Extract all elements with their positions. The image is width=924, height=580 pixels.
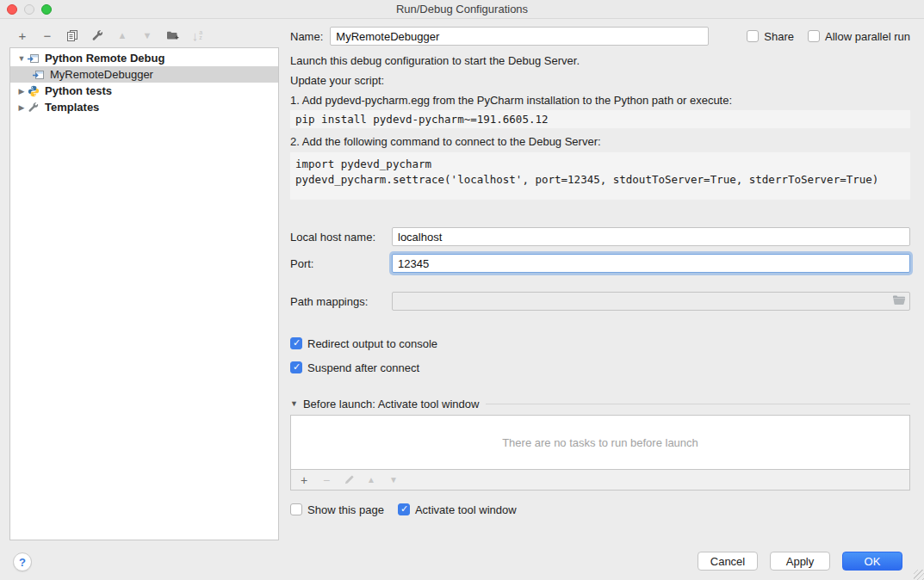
tree-item-python-tests[interactable]: ▶ Python tests — [10, 83, 278, 99]
name-label: Name: — [290, 30, 323, 43]
remote-debug-config-icon — [28, 52, 41, 65]
name-row: Name: Share Allow parallel run — [290, 26, 910, 46]
share-checkbox[interactable] — [747, 30, 759, 42]
redirect-output-label: Redirect output to console — [307, 337, 437, 350]
remote-debug-config-icon — [33, 69, 47, 81]
path-mappings-input[interactable] — [392, 292, 910, 311]
python-icon — [28, 85, 41, 97]
resize-grip[interactable] — [914, 570, 924, 580]
suspend-after-connect-row: Suspend after connect — [290, 361, 910, 374]
move-task-up-icon[interactable]: ▲ — [363, 472, 379, 488]
before-launch-task-list[interactable]: There are no tasks to run before launch — [290, 415, 910, 470]
remove-task-icon[interactable]: − — [319, 472, 334, 488]
edit-task-pencil-icon[interactable] — [341, 472, 357, 488]
description-line-2: Update your script: — [290, 73, 910, 88]
zoom-window-button[interactable] — [41, 4, 52, 15]
collapse-triangle-icon[interactable]: ▼ — [290, 399, 298, 408]
wrench-icon — [28, 102, 41, 114]
allow-parallel-run-label: Allow parallel run — [825, 30, 910, 43]
tree-item-templates[interactable]: ▶ Templates — [10, 99, 278, 115]
configurations-toolbar: + − ▲ ▼ ↓ az — [14, 25, 206, 46]
window-title: Run/Debug Configurations — [0, 3, 924, 15]
path-mappings-label: Path mappings: — [290, 295, 392, 308]
suspend-after-connect-checkbox[interactable] — [290, 361, 302, 373]
local-host-row: Local host name: — [290, 227, 910, 246]
settrace-code-line-1: import pydevd_pycharm — [295, 157, 905, 172]
suspend-after-connect-label: Suspend after connect — [307, 361, 419, 374]
question-mark-icon: ? — [19, 556, 26, 569]
settrace-code-block: import pydevd_pycharm pydevd_pycharm.set… — [290, 152, 910, 200]
path-mappings-row: Path mappings: — [290, 292, 910, 311]
settrace-code-line-2: pydevd_pycharm.settrace('localhost', por… — [295, 172, 905, 188]
move-down-icon[interactable]: ▼ — [139, 27, 156, 44]
tree-item-python-remote-debug[interactable]: ▼ Python Remote Debug — [10, 50, 278, 66]
pip-install-command: pip install pydevd-pycharm~=191.6605.12 — [290, 110, 910, 128]
port-input[interactable] — [392, 254, 910, 273]
local-host-input[interactable] — [392, 227, 910, 246]
sort-letters: az — [199, 30, 202, 40]
traffic-lights — [0, 4, 52, 15]
show-this-page-checkbox[interactable] — [290, 503, 302, 515]
configuration-form: Name: Share Allow parallel run Launch th… — [290, 26, 910, 517]
tree-item-label: MyRemoteDebugger — [50, 68, 153, 81]
chevron-collapsed-icon[interactable]: ▶ — [16, 103, 28, 112]
port-label: Port: — [290, 257, 392, 270]
sort-arrow-glyph: ↓ — [192, 29, 199, 42]
before-launch-title: Before launch: Activate tool window — [303, 398, 480, 410]
before-launch-toolbar: + − ▲ ▼ — [290, 470, 910, 491]
apply-button[interactable]: Apply — [770, 552, 830, 571]
share-label: Share — [764, 30, 794, 43]
allow-parallel-run-checkbox[interactable] — [808, 30, 820, 42]
description-line-1: Launch this debug configuration to start… — [290, 53, 910, 68]
show-this-page-label: Show this page — [307, 503, 384, 516]
add-task-icon[interactable]: + — [296, 472, 312, 488]
ok-button[interactable]: OK — [842, 552, 902, 571]
browse-folder-icon[interactable] — [892, 294, 906, 308]
edit-defaults-wrench-icon[interactable] — [89, 27, 106, 44]
tree-item-label: Templates — [45, 101, 99, 114]
cancel-button[interactable]: Cancel — [698, 552, 758, 571]
description-step-2: 2. Add the following command to connect … — [290, 134, 910, 149]
before-launch-header[interactable]: ▼ Before launch: Activate tool window — [290, 397, 910, 410]
sort-alphabetically-icon[interactable]: ↓ az — [189, 27, 206, 44]
add-configuration-icon[interactable]: + — [14, 27, 31, 44]
name-input[interactable] — [330, 27, 709, 46]
remove-configuration-icon[interactable]: − — [39, 27, 56, 44]
tree-item-label: Python tests — [45, 84, 112, 97]
port-row: Port: — [290, 254, 910, 273]
description-step-1: 1. Add pydevd-pycharm.egg from the PyCha… — [290, 93, 910, 108]
local-host-label: Local host name: — [290, 231, 392, 244]
tree-item-myremotedebugger[interactable]: MyRemoteDebugger — [10, 66, 278, 83]
redirect-output-checkbox[interactable] — [290, 337, 302, 349]
before-launch-empty-text: There are no tasks to run before launch — [502, 436, 698, 449]
tree-item-label: Python Remote Debug — [45, 52, 164, 65]
title-bar[interactable]: Run/Debug Configurations — [0, 0, 924, 19]
separator-line — [486, 404, 910, 404]
chevron-expanded-icon[interactable]: ▼ — [16, 54, 28, 63]
move-task-down-icon[interactable]: ▼ — [386, 472, 401, 488]
move-up-icon[interactable]: ▲ — [114, 27, 131, 44]
activate-tool-window-checkbox[interactable] — [398, 503, 410, 515]
dialog-buttons: Cancel Apply OK — [698, 552, 902, 571]
copy-configuration-icon[interactable] — [64, 27, 81, 44]
configurations-tree: ▼ Python Remote Debug MyRemoteDebugger ▶ — [9, 47, 279, 540]
redirect-output-row: Redirect output to console — [290, 336, 910, 350]
activate-tool-window-label: Activate tool window — [415, 503, 517, 516]
page-options-row: Show this page Activate tool window — [290, 502, 910, 517]
new-folder-icon[interactable] — [164, 27, 181, 44]
chevron-collapsed-icon[interactable]: ▶ — [16, 87, 28, 96]
help-button[interactable]: ? — [13, 552, 32, 571]
minimize-window-button[interactable] — [24, 4, 34, 15]
close-window-button[interactable] — [7, 4, 17, 15]
